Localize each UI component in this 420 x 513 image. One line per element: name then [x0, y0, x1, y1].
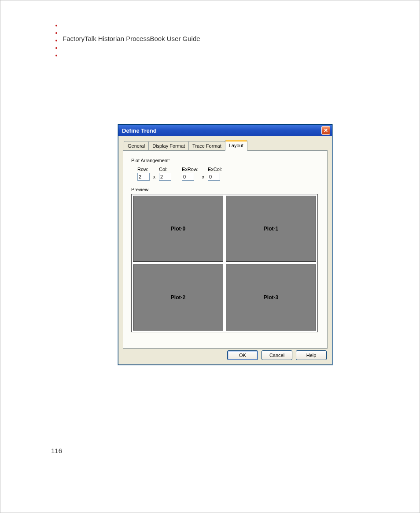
- row-field: Row:: [137, 167, 150, 181]
- define-trend-dialog: Define Trend ✕ General Display Format Tr…: [118, 124, 332, 365]
- bullet-dot: [55, 55, 57, 56]
- plot-0: Plot-0: [133, 196, 223, 262]
- plot-arrangement-label: Plot Arrangement:: [131, 158, 319, 163]
- dialog-body: General Display Format Trace Format Layo…: [118, 136, 332, 364]
- preview-label: Preview:: [131, 187, 319, 192]
- close-icon: ✕: [324, 128, 328, 133]
- page-number: 116: [51, 447, 62, 454]
- col-field: Col:: [159, 167, 171, 181]
- close-button[interactable]: ✕: [321, 126, 330, 135]
- bullet-dot: [55, 32, 57, 34]
- dialog-buttons: OK Cancel Help: [227, 350, 327, 360]
- bullet-dot: [55, 47, 57, 49]
- exrow-field: ExRow:: [182, 167, 199, 181]
- tab-general[interactable]: General: [124, 141, 149, 150]
- row-col-group: Row: x Col:: [137, 167, 171, 181]
- titlebar[interactable]: Define Trend ✕: [118, 125, 332, 136]
- preview-grid: Plot-0 Plot-1 Plot-2 Plot-3: [131, 194, 318, 332]
- tab-trace-format[interactable]: Trace Format: [188, 141, 225, 150]
- times-symbol: x: [202, 175, 204, 181]
- row-label: Row:: [137, 167, 148, 172]
- help-button[interactable]: Help: [296, 350, 327, 360]
- tab-strip: General Display Format Trace Format Layo…: [124, 141, 328, 150]
- excol-field: ExCol:: [208, 167, 222, 181]
- plot-2: Plot-2: [133, 264, 223, 331]
- bullet-dot: [55, 25, 57, 26]
- margin-bullets: [55, 25, 57, 62]
- excol-input[interactable]: [208, 173, 220, 181]
- plot-1: Plot-1: [226, 196, 316, 262]
- page-header: FactoryTalk Historian ProcessBook User G…: [63, 35, 200, 42]
- tab-display-format[interactable]: Display Format: [148, 141, 189, 150]
- exrow-excol-group: ExRow: x ExCol:: [182, 167, 222, 181]
- tab-layout[interactable]: Layout: [225, 140, 247, 151]
- plot-3: Plot-3: [226, 264, 316, 331]
- cancel-button[interactable]: Cancel: [262, 350, 292, 360]
- col-label: Col:: [159, 167, 168, 172]
- layout-panel: Plot Arrangement: Row: x Col:: [123, 150, 328, 349]
- row-input[interactable]: [137, 173, 150, 181]
- ok-button[interactable]: OK: [227, 350, 258, 360]
- dialog-title: Define Trend: [122, 127, 157, 134]
- times-symbol: x: [153, 175, 155, 181]
- excol-label: ExCol:: [208, 167, 222, 172]
- exrow-input[interactable]: [182, 173, 194, 181]
- col-input[interactable]: [159, 173, 171, 181]
- arrangement-row: Row: x Col: ExRow:: [137, 167, 319, 181]
- bullet-dot: [55, 40, 57, 41]
- exrow-label: ExRow:: [182, 167, 199, 172]
